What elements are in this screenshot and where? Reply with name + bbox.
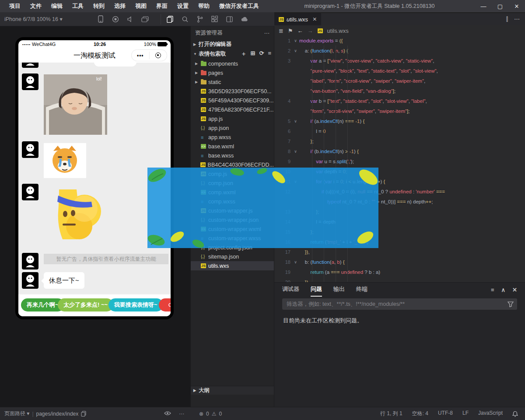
phone-icon[interactable] [93, 14, 108, 24]
battery-icon [158, 42, 167, 46]
panel-tab[interactable]: 问题 [311, 283, 322, 297]
menu-item[interactable]: 编辑 [46, 2, 67, 10]
collapse-all-icon[interactable]: ≡ [268, 50, 271, 58]
bell-icon[interactable] [512, 411, 518, 417]
device-selector[interactable]: iPhone 6/7/8 100% 16 ▾ [0, 16, 63, 22]
panel-maximize-icon[interactable]: ∧ [501, 287, 506, 293]
fold-gutter [292, 157, 299, 167]
carrier-label: ••••• WeChat4G [22, 42, 56, 47]
editor-tab-bar: JS utils.wxs ✕ ⫿ ⋯ [274, 13, 525, 25]
tree-item[interactable]: JS36D5D92330F06ECF50... [191, 87, 274, 96]
explorer-more-icon[interactable]: ⋯ [264, 30, 270, 36]
js-file-icon: JS [279, 17, 284, 22]
status-item[interactable]: LF [462, 410, 469, 417]
git-branch-icon[interactable] [192, 14, 207, 24]
editor-more-icon[interactable]: ⋯ [514, 16, 520, 23]
status-item[interactable]: UTF-8 [438, 410, 453, 417]
refresh-icon[interactable]: ⟳ [259, 50, 264, 58]
status-item[interactable]: 空格: 4 [412, 410, 428, 417]
panel-tab[interactable]: 调试器 [282, 283, 299, 297]
mini-program-button[interactable]: 太少了多来点! ~~ [58, 298, 113, 312]
bookmark-icon[interactable]: ⚑ [288, 28, 293, 34]
maximize-button[interactable]: ▢ [492, 0, 508, 12]
menu-item[interactable]: 工具 [67, 2, 88, 10]
page-path-selector[interactable]: 页面路径 ▾ [4, 410, 29, 417]
file-label: utils.wxs [208, 263, 229, 269]
search-icon[interactable] [178, 14, 192, 24]
tree-item[interactable]: ▶static [191, 77, 274, 87]
panel-collapse-icon[interactable]: ≡ [491, 287, 494, 293]
tree-item[interactable]: JS56F459A430F06ECF309... [191, 96, 274, 105]
tree-item[interactable]: ≡base.wxss [191, 151, 274, 160]
tree-item[interactable]: {..}app.json [191, 123, 274, 133]
tab-close-icon[interactable]: ✕ [312, 16, 317, 22]
menu-item[interactable]: 视图 [130, 2, 151, 10]
files-icon[interactable] [163, 14, 178, 24]
capsule-exit-button[interactable] [150, 52, 167, 58]
target-icon [155, 52, 161, 58]
split-editor-icon[interactable]: ⫿ [506, 16, 508, 23]
copy-icon[interactable] [81, 411, 86, 416]
outline-list-icon[interactable]: ≣ [279, 28, 284, 34]
fold-chevron-icon[interactable]: ∨ [292, 147, 299, 157]
problems-summary[interactable]: ⊗ 0 ⚠ 0 [190, 411, 274, 417]
tree-item[interactable]: {..}sitemap.json [191, 252, 274, 261]
menu-item[interactable]: 转到 [88, 2, 109, 10]
code-line[interactable]: 1∨module.exports = ({ [274, 36, 525, 46]
capsule-more-button[interactable]: ••• [132, 52, 149, 59]
menu-item[interactable]: 帮助 [193, 2, 214, 10]
back-icon[interactable]: ← [298, 28, 303, 34]
project-section[interactable]: ▼ 表情包索取 ＋ ⊞ ⟳ ≡ [191, 49, 274, 59]
more-icon[interactable]: ⋯ [179, 411, 184, 417]
open-editors-section[interactable]: ▶ 打开的编辑器 [191, 39, 274, 49]
minimize-button[interactable]: — [475, 0, 492, 12]
tree-item[interactable]: JS479E6A8230F06ECF21F... [191, 105, 274, 114]
close-button[interactable]: ✕ [508, 0, 525, 12]
tree-item[interactable]: ≡app.wxss [191, 133, 274, 142]
menu-item[interactable]: 界面 [151, 2, 172, 10]
tree-item[interactable]: ▶pages [191, 68, 274, 77]
code-text: "pure-view", "block", "text", "static-te… [299, 66, 525, 76]
new-folder-icon[interactable]: ⊞ [251, 50, 256, 58]
breadcrumb-file[interactable]: utils.wxs [327, 28, 349, 34]
fold-chevron-icon[interactable]: ∨ [292, 46, 299, 56]
warning-icon: ⚠ [212, 411, 217, 417]
panel-tab[interactable]: 输出 [333, 283, 345, 297]
extensions-icon[interactable] [207, 14, 222, 24]
fold-chevron-icon[interactable]: ∨ [292, 116, 299, 126]
new-file-icon[interactable]: ＋ [241, 50, 247, 58]
funnel-icon[interactable] [508, 301, 514, 307]
panel-tab[interactable]: 终端 [356, 283, 368, 297]
panel-close-icon[interactable]: ✕ [512, 287, 517, 293]
menu-item[interactable]: 项目 [4, 2, 25, 10]
forward-icon[interactable]: → [308, 28, 313, 34]
menu-item[interactable]: 选择 [109, 2, 130, 10]
menu-item[interactable]: 文件 [25, 2, 46, 10]
mini-program-button[interactable]: ⟳分享 [159, 298, 171, 312]
mini-program-button[interactable]: 我要搜索表情呀~ [108, 298, 163, 312]
status-item[interactable]: JavaScript [478, 410, 503, 417]
fold-chevron-icon[interactable]: ∨ [292, 257, 299, 267]
menu-item[interactable]: 微信开发者工具 [214, 2, 264, 10]
multi-window-icon[interactable] [138, 14, 153, 24]
chat-image-baby[interactable]: lol! [44, 74, 107, 135]
record-icon[interactable] [108, 14, 123, 24]
chat-image-dog[interactable] [44, 143, 86, 178]
simulator-icon-group [93, 14, 153, 24]
mute-icon[interactable] [123, 14, 138, 24]
status-item[interactable]: 行 1, 列 1 [380, 410, 402, 417]
tab-utils-wxs[interactable]: JS utils.wxs ✕ [274, 13, 321, 25]
editor-layout-icon[interactable] [222, 14, 237, 24]
chat-image-butt[interactable] [46, 186, 103, 243]
filter-input[interactable] [286, 301, 508, 308]
outline-section[interactable]: ▶ 大纲 [191, 386, 274, 395]
menu-item[interactable]: 设置 [172, 2, 193, 10]
tree-item[interactable]: <>base.wxml [191, 142, 274, 151]
tree-item[interactable]: JSutils.wxs [191, 261, 274, 270]
js-file-icon: JS [201, 98, 208, 103]
eye-icon[interactable] [164, 411, 171, 416]
fold-chevron-icon[interactable]: ∨ [292, 36, 299, 46]
cloud-icon[interactable] [237, 14, 252, 24]
tree-item[interactable]: JSapp.js [191, 114, 274, 123]
tree-item[interactable]: ▶components [191, 59, 274, 68]
